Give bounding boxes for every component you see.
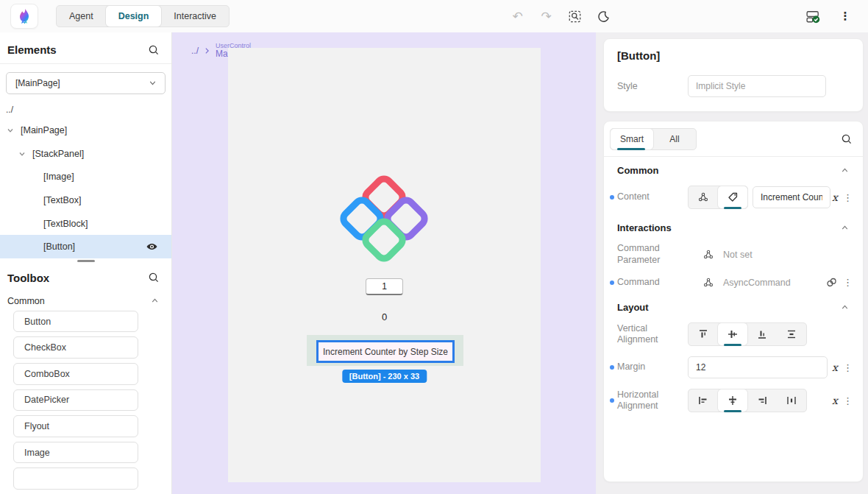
theme-toggle-button[interactable] [594, 7, 613, 26]
align-horizontal-center-icon [727, 395, 739, 406]
tab-smart[interactable]: Smart [611, 129, 653, 149]
content-binding-option[interactable] [689, 186, 718, 208]
undo-button[interactable]: ↶ [508, 7, 527, 26]
vertical-alignment-row: Vertical Alignment [604, 317, 863, 351]
tree-item-mainpage[interactable]: [MainPage] [0, 119, 171, 143]
horizontal-alignment-row: Horizontal Alignment [604, 384, 863, 417]
tree-item-button[interactable]: [Button] [0, 235, 171, 258]
elements-search-icon[interactable] [148, 44, 160, 56]
tree-item-textblock[interactable]: [TextBlock] [0, 212, 171, 236]
tree-item-image[interactable]: [Image] [0, 166, 171, 189]
tab-agent[interactable]: Agent [57, 6, 106, 27]
valign-stretch-option[interactable] [777, 323, 806, 345]
modified-indicator-dot [610, 365, 614, 370]
toolbox-item-image[interactable]: Image [13, 442, 138, 464]
section-common-title: Common [617, 165, 658, 176]
section-layout[interactable]: Layout [604, 294, 863, 317]
align-left-icon [697, 395, 709, 406]
chevron-down-icon[interactable] [6, 126, 15, 135]
counter-textblock: 0 [228, 311, 541, 322]
toolbox-item-label: Button [24, 317, 51, 327]
step-size-textbox[interactable] [366, 278, 403, 295]
content-literal-option[interactable] [718, 186, 747, 208]
xaml-property-icon[interactable]: x [832, 191, 838, 203]
property-menu-icon[interactable]: ⋮ [843, 192, 853, 203]
increment-counter-button-label: Increment Counter by Step Size [323, 347, 448, 357]
tree-up-breadcrumb[interactable]: ../ [0, 94, 171, 119]
binding-icon[interactable] [702, 277, 714, 289]
tree-item-textbox[interactable]: [TextBox] [0, 188, 171, 212]
xaml-property-icon[interactable]: x [832, 361, 838, 373]
mode-tab-group: Agent Design Interactive [56, 5, 230, 27]
overflow-menu-button[interactable]: ⋮ [836, 7, 855, 26]
toolbox-item-label: Flyout [24, 421, 49, 431]
device-status-button[interactable] [803, 7, 822, 26]
property-filter-tabs: Smart All [610, 128, 697, 150]
increment-counter-button[interactable]: Increment Counter by Step Size [316, 340, 455, 363]
chevron-up-icon [150, 296, 160, 306]
modified-indicator-dot [610, 398, 614, 403]
chevron-down-icon[interactable] [18, 149, 26, 158]
align-vertical-center-icon [727, 328, 739, 340]
valign-top-option[interactable] [689, 323, 718, 345]
content-value-input[interactable] [753, 186, 830, 208]
toolbox-search-icon[interactable] [148, 272, 160, 283]
property-menu-icon[interactable]: ⋮ [843, 362, 853, 373]
toolbox-item-button[interactable]: Button [13, 311, 138, 333]
link-icon[interactable] [825, 276, 838, 289]
xaml-property-icon[interactable]: x [832, 395, 838, 406]
binding-icon [697, 191, 709, 203]
tab-design[interactable]: Design [106, 6, 162, 27]
valign-bottom-option[interactable] [747, 323, 777, 345]
chevron-up-icon [840, 166, 850, 175]
margin-input[interactable] [688, 356, 828, 378]
content-mode-segment [688, 186, 748, 209]
chevron-right-icon [204, 47, 210, 54]
toolbox-item-checkbox[interactable]: CheckBox [13, 336, 138, 359]
inspect-element-icon [569, 10, 581, 23]
halign-stretch-option[interactable] [777, 389, 806, 412]
tree-item-label: [MainPage] [21, 125, 67, 135]
toolbox-item-flyout[interactable]: Flyout [13, 415, 138, 437]
canvas-breadcrumb-up[interactable]: ../ [191, 46, 199, 56]
design-surface[interactable]: 0 Increment Counter by Step Size [Button… [228, 48, 541, 482]
app-logo-button[interactable] [10, 4, 38, 29]
section-interactions[interactable]: Interactions [604, 214, 863, 238]
toolbox-item-label: DatePicker [24, 395, 69, 405]
align-right-icon [756, 395, 768, 406]
inspect-element-button[interactable] [566, 7, 585, 26]
toolbox-item-partial[interactable] [13, 467, 138, 490]
property-menu-icon[interactable]: ⋮ [843, 277, 853, 288]
toolbox-section-common[interactable]: Common [0, 292, 171, 311]
root-element-dropdown[interactable]: [MainPage] [6, 72, 166, 94]
halign-center-option[interactable] [718, 389, 747, 412]
binding-icon[interactable] [702, 249, 714, 261]
design-canvas[interactable]: ../ UserControl MainPage 0 Increment Cou… [172, 32, 596, 494]
toolbox-item-datepicker[interactable]: DatePicker [13, 389, 138, 412]
tree-item-label: [Button] [43, 241, 75, 252]
modified-indicator-dot [610, 195, 614, 200]
command-value[interactable]: AsyncCommand [723, 278, 791, 288]
tag-icon [727, 191, 739, 203]
toolbox-panel-title: Toolbox [7, 272, 49, 284]
tree-item-stackpanel[interactable]: [StackPanel] [0, 142, 171, 166]
properties-search-icon[interactable] [841, 133, 853, 145]
property-menu-icon[interactable]: ⋮ [843, 395, 853, 406]
section-common[interactable]: Common [604, 157, 863, 180]
valign-center-option[interactable] [718, 323, 747, 345]
tab-all[interactable]: All [653, 129, 696, 149]
tree-item-label: [TextBox] [43, 195, 81, 205]
toolbox-item-combobox[interactable]: ComboBox [13, 363, 138, 385]
redo-button[interactable]: ↷ [537, 7, 556, 26]
visibility-eye-icon[interactable] [146, 241, 158, 253]
toolbox-item-label: Image [24, 448, 50, 458]
tab-interactive[interactable]: Interactive [161, 6, 229, 27]
selected-element-card: [Button] Style [603, 38, 864, 112]
section-layout-title: Layout [617, 302, 649, 313]
halign-right-option[interactable] [747, 389, 777, 412]
panel-resize-handle[interactable] [0, 258, 171, 264]
command-parameter-value[interactable]: Not set [723, 250, 753, 260]
margin-label: Margin [617, 361, 688, 373]
style-input[interactable] [688, 75, 826, 97]
halign-left-option[interactable] [689, 389, 718, 412]
